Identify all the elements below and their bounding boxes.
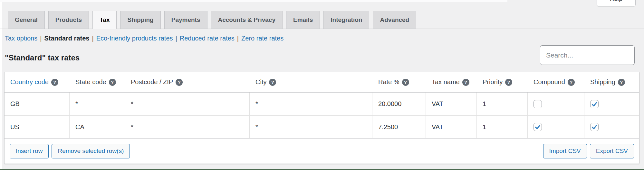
tax-rates-table: Country code ? State code ? Postcode / Z… — [4, 72, 639, 164]
column-label: Compound — [533, 78, 565, 86]
cell-compound — [528, 93, 584, 115]
cell-state-code[interactable]: CA — [70, 116, 125, 138]
column-label: Postcode / ZIP — [131, 78, 173, 86]
tab-products[interactable]: Products — [48, 11, 89, 29]
remove-rows-button[interactable]: Remove selected row(s) — [52, 144, 130, 158]
cell-city[interactable]: * — [250, 93, 372, 115]
tab-tax[interactable]: Tax — [92, 11, 117, 29]
checkmark-icon — [591, 123, 598, 130]
subnav-zero-rate-rates[interactable]: Zero rate rates — [241, 35, 284, 42]
tab-emails[interactable]: Emails — [286, 11, 320, 29]
col-header-country-code: Country code ? — [5, 72, 70, 92]
subnav-separator: | — [176, 35, 177, 42]
help-icon[interactable]: ? — [51, 79, 58, 86]
tab-advanced[interactable]: Advanced — [373, 11, 416, 29]
cell-tax-name[interactable]: VAT — [426, 93, 477, 115]
column-label: Rate % — [378, 78, 399, 86]
page-title: "Standard" tax rates — [5, 53, 80, 62]
col-header-shipping: Shipping ? — [584, 72, 639, 92]
shipping-checkbox[interactable] — [590, 123, 599, 131]
col-header-rate: Rate % ? — [372, 72, 426, 92]
shipping-checkbox[interactable] — [590, 100, 599, 108]
col-header-tax-name: Tax name ? — [426, 72, 477, 92]
subnav-eco-friendly-rates[interactable]: Eco-friendly products rates — [96, 35, 173, 42]
subnav-reduced-rate-rates[interactable]: Reduced rate rates — [180, 35, 235, 42]
tab-shipping[interactable]: Shipping — [120, 11, 160, 29]
help-icon[interactable]: ? — [568, 79, 575, 86]
col-header-compound: Compound ? — [528, 72, 584, 92]
tab-accounts-privacy[interactable]: Accounts & Privacy — [211, 11, 283, 29]
window-edge-left — [0, 0, 2, 170]
col-header-priority: Priority ? — [477, 72, 528, 92]
table-header-row: Country code ? State code ? Postcode / Z… — [5, 72, 639, 93]
compound-checkbox[interactable] — [533, 100, 542, 108]
cell-tax-name[interactable]: VAT — [426, 116, 477, 138]
search-input[interactable] — [540, 45, 635, 65]
col-header-city: City ? — [250, 72, 372, 92]
table-footer: Insert row Remove selected row(s) Import… — [5, 138, 639, 164]
import-csv-button[interactable]: Import CSV — [543, 144, 587, 158]
cell-country-code[interactable]: GB — [5, 93, 70, 115]
table-row: GB * * * 20.0000 VAT 1 — [5, 93, 639, 115]
help-icon[interactable]: ? — [618, 79, 625, 86]
tab-integration[interactable]: Integration — [323, 11, 369, 29]
subnav-tax-options[interactable]: Tax options — [5, 35, 37, 42]
country-code-sort-link[interactable]: Country code — [10, 78, 49, 86]
checkmark-icon — [591, 101, 598, 108]
cell-city[interactable]: * — [250, 116, 372, 138]
compound-checkbox[interactable] — [533, 123, 542, 131]
help-icon[interactable]: ? — [176, 79, 183, 86]
cell-priority[interactable]: 1 — [477, 116, 528, 138]
help-icon[interactable]: ? — [109, 79, 116, 86]
column-label: Tax name — [432, 78, 460, 86]
tab-general[interactable]: General — [8, 11, 45, 29]
settings-tabs: General Products Tax Shipping Payments A… — [8, 11, 416, 29]
insert-row-button[interactable]: Insert row — [10, 144, 49, 158]
table-row: US CA * * 7.2500 VAT 1 — [5, 115, 639, 138]
column-label: City — [255, 78, 266, 86]
tab-payments[interactable]: Payments — [164, 11, 207, 29]
help-button[interactable]: Help — [597, 0, 636, 6]
cell-shipping — [584, 116, 639, 138]
subnav-standard-rates[interactable]: Standard rates — [44, 35, 89, 42]
subnav-separator: | — [92, 35, 93, 42]
cell-rate[interactable]: 7.2500 — [372, 116, 426, 138]
cell-postcode[interactable]: * — [125, 93, 250, 115]
row-actions: Insert row Remove selected row(s) — [10, 144, 130, 158]
col-header-state-code: State code ? — [70, 72, 125, 92]
col-header-postcode: Postcode / ZIP ? — [125, 72, 250, 92]
cell-shipping — [584, 93, 639, 115]
help-icon[interactable]: ? — [269, 79, 276, 86]
window-edge-top — [0, 0, 507, 2]
help-icon[interactable]: ? — [505, 79, 512, 86]
export-csv-button[interactable]: Export CSV — [590, 144, 634, 158]
subnav-separator: | — [237, 35, 239, 42]
help-icon[interactable]: ? — [402, 79, 409, 86]
cell-state-code[interactable]: * — [70, 93, 125, 115]
checkmark-icon — [534, 123, 541, 130]
tax-section-subnav: Tax options|Standard rates|Eco-friendly … — [5, 34, 284, 42]
csv-actions: Import CSV Export CSV — [543, 144, 634, 158]
cell-postcode[interactable]: * — [125, 116, 250, 138]
help-icon[interactable]: ? — [462, 79, 469, 86]
subnav-separator: | — [40, 35, 42, 42]
cell-priority[interactable]: 1 — [477, 93, 528, 115]
column-label: Shipping — [590, 78, 615, 86]
column-label: Priority — [483, 78, 503, 86]
cell-compound — [528, 116, 584, 138]
cell-country-code[interactable]: US — [5, 116, 70, 138]
cell-rate[interactable]: 20.0000 — [372, 93, 426, 115]
bottom-green-strip — [0, 169, 644, 170]
column-label: State code — [75, 78, 106, 86]
